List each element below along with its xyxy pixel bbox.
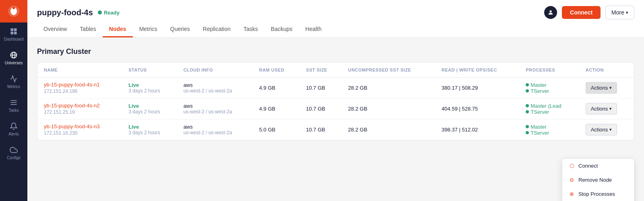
col-name: NAME	[37, 63, 122, 78]
col-action: ACTION	[579, 63, 634, 78]
process-name[interactable]: TServer	[530, 109, 549, 115]
process-dot	[526, 83, 529, 86]
node-processes-cell: Master (LeadTServer	[519, 98, 579, 119]
node-action-cell: Actions ▾	[579, 119, 634, 140]
nav-tabs: Overview Tables Nodes Metrics Queries Re…	[37, 22, 634, 37]
connect-button[interactable]: Connect	[562, 6, 601, 19]
process-name[interactable]: Master (Lead	[530, 103, 561, 109]
col-ram: RAM USED	[253, 63, 300, 78]
sidebar-item-configs[interactable]: Configs	[0, 141, 27, 165]
tab-nodes[interactable]: Nodes	[103, 22, 133, 37]
metrics-label: Metrics	[7, 84, 20, 89]
node-name-link[interactable]: yb-15-puppy-food-4s-n3	[44, 123, 116, 129]
svg-rect-5	[14, 32, 17, 35]
universes-label: Universes	[5, 61, 23, 65]
node-ram-cell: 4.9 GB	[253, 78, 300, 98]
tab-metrics[interactable]: Metrics	[133, 22, 164, 37]
node-status-cell: Live3 days 2 hours	[122, 119, 177, 140]
node-ip: 172.151.16.230	[44, 130, 116, 136]
logo[interactable]	[0, 0, 27, 23]
more-button[interactable]: More ▾	[605, 6, 634, 19]
col-uncompressed: UNCOMPRESSED SST SIZE	[342, 63, 435, 78]
tab-tasks[interactable]: Tasks	[237, 22, 264, 37]
user-avatar[interactable]	[544, 6, 557, 19]
process-name[interactable]: TServer	[530, 88, 549, 94]
process-name[interactable]: Master	[530, 124, 547, 130]
process-badge: Master	[526, 82, 573, 88]
node-rw-ops-cell: 404.59 | 528.75	[435, 98, 519, 119]
node-name-link[interactable]: yb-15-puppy-food-4s-n2	[44, 103, 116, 109]
node-cloud-cell: awsus-west-2 / us-west-2a	[177, 78, 253, 98]
actions-dropdown: ⬡ Connect ⊖ Remove Node ⊗ Stop Processes…	[562, 158, 634, 201]
actions-button[interactable]: Actions ▾	[586, 103, 617, 115]
dropdown-item-connect[interactable]: ⬡ Connect	[562, 159, 634, 173]
tab-health[interactable]: Health	[299, 22, 328, 37]
node-name-cell: yb-15-puppy-food-4s-n3172.151.16.230	[37, 119, 122, 140]
node-action-cell: Actions ▾	[579, 78, 634, 98]
cloud-provider: aws	[184, 124, 246, 130]
cloud-region: us-west-2 / us-west-2a	[184, 88, 246, 94]
tab-queries[interactable]: Queries	[164, 22, 196, 37]
node-status: Live	[128, 103, 170, 109]
node-cloud-cell: awsus-west-2 / us-west-2a	[177, 119, 253, 140]
actions-button[interactable]: Actions ▾	[586, 82, 617, 94]
node-processes-cell: MasterTServer	[519, 78, 579, 98]
actions-button[interactable]: Actions ▾	[586, 124, 617, 135]
sidebar-item-universes[interactable]: Universes	[0, 46, 27, 70]
node-status: Live	[128, 124, 170, 130]
col-sst: SST SIZE	[299, 63, 342, 78]
node-processes-cell: MasterTServer	[519, 119, 579, 140]
tab-backups[interactable]: Backups	[264, 22, 299, 37]
process-dot	[526, 125, 529, 128]
sidebar: Dashboard Universes Metrics Tasks Alerts…	[0, 0, 27, 201]
node-uncompressed-cell: 28.2 GB	[342, 98, 435, 119]
tab-replication[interactable]: Replication	[196, 22, 237, 37]
node-ip: 172.151.25.19	[44, 109, 116, 115]
remove-node-label: Remove Node	[578, 177, 612, 183]
node-name-link[interactable]: yb-15-puppy-food-4s-n1	[44, 82, 116, 88]
sidebar-item-alerts[interactable]: Alerts	[0, 117, 27, 141]
sidebar-item-tasks[interactable]: Tasks	[0, 94, 27, 117]
stop-processes-label: Stop Processes	[578, 191, 615, 197]
node-ram-cell: 4.9 GB	[253, 98, 300, 119]
dropdown-item-remove-node[interactable]: ⊖ Remove Node	[562, 173, 634, 187]
table-row: yb-15-puppy-food-4s-n3172.151.16.230Live…	[37, 119, 634, 140]
node-name-cell: yb-15-puppy-food-4s-n1172.151.24.196	[37, 78, 122, 98]
sidebar-item-metrics[interactable]: Metrics	[0, 70, 27, 94]
main-content: puppy-food-4s Ready Connect More ▾ Overv…	[27, 0, 644, 201]
sidebar-item-dashboard[interactable]: Dashboard	[0, 23, 27, 46]
node-sst-cell: 10.7 GB	[299, 78, 342, 98]
nodes-table: NAME STATUS CLOUD INFO RAM USED SST SIZE…	[37, 63, 634, 140]
col-status: STATUS	[122, 63, 177, 78]
tab-tables[interactable]: Tables	[73, 22, 102, 37]
node-status-cell: Live3 days 2 hours	[122, 78, 177, 98]
node-rw-ops-cell: 380.17 | 508.29	[435, 78, 519, 98]
process-badge: Master (Lead	[526, 103, 573, 109]
section-title: Primary Cluster	[37, 47, 634, 56]
process-name[interactable]: TServer	[530, 130, 549, 136]
process-dot	[526, 104, 529, 107]
process-dot	[526, 110, 529, 113]
process-badge: TServer	[526, 88, 573, 94]
node-uptime: 3 days 2 hours	[128, 109, 170, 115]
svg-point-1	[12, 7, 15, 9]
node-uncompressed-cell: 28.2 GB	[342, 119, 435, 140]
page-body: Primary Cluster NAME STATUS CLOUD INFO R…	[27, 38, 644, 201]
cloud-provider: aws	[184, 82, 246, 88]
status-text: Ready	[104, 10, 120, 16]
minus-circle-icon: ⊖	[569, 177, 574, 183]
col-cloud: CLOUD INFO	[177, 63, 253, 78]
chevron-down-icon: ▾	[626, 10, 628, 15]
dropdown-item-stop-processes[interactable]: ⊗ Stop Processes	[562, 187, 634, 201]
link-icon: ⬡	[569, 163, 574, 169]
node-sst-cell: 10.7 GB	[299, 98, 342, 119]
tab-overview[interactable]: Overview	[37, 22, 73, 37]
tasks-label: Tasks	[8, 108, 19, 113]
process-name[interactable]: Master	[530, 82, 547, 88]
col-rw-ops: READ | WRITE OPS/SEC	[435, 63, 519, 78]
process-badge: TServer	[526, 130, 573, 136]
stop-circle-icon: ⊗	[569, 191, 574, 197]
title-row: puppy-food-4s Ready	[37, 8, 120, 17]
dashboard-label: Dashboard	[4, 37, 24, 41]
node-status: Live	[128, 82, 170, 88]
